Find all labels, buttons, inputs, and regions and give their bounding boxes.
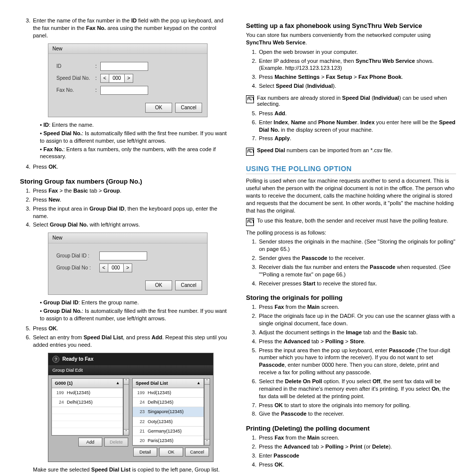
list-item: Receiver presses Start to receive the st… [258, 280, 456, 287]
list-item: Give the Passcode to the receiver. [258, 410, 456, 418]
group-id-input[interactable] [99, 251, 147, 260]
list-item: Press the Advanced tab > Polling > Print… [258, 443, 456, 451]
list-item: Press the input area in Group Dial ID, t… [32, 205, 230, 220]
page-columns: Enter the name of the fax number in the … [20, 15, 456, 476]
ok-button[interactable]: OK [145, 103, 172, 113]
table-row[interactable]: 24Delhi(12345) [52, 398, 123, 407]
add-button[interactable]: Add [78, 438, 102, 447]
group-id-label: Group Dial ID : [56, 252, 99, 259]
spinner-left-icon[interactable]: < [100, 74, 109, 83]
table-row[interactable]: 21Germany(12345) [133, 427, 204, 436]
right-column: Setting up a fax phonebook using SyncThr… [246, 15, 456, 476]
list-item: Adjust the document settings in the Imag… [258, 329, 456, 336]
fax-no-input[interactable] [100, 86, 148, 95]
table-row[interactable]: 22Ooty(12345) [133, 417, 204, 427]
delete-button: Delete [104, 438, 128, 447]
list-item: Group Dial No.: Is automatically filled … [40, 307, 230, 322]
id-input[interactable] [100, 62, 148, 71]
group-no-label: Group Dial No : [56, 264, 99, 271]
new-speed-dial-dialog: New ID: Speed Dial No.: < 000 > Fax No.: [48, 43, 230, 118]
cancel-button[interactable]: Cancel [185, 448, 209, 457]
screen-title: Ready to Fax [62, 356, 93, 363]
list-item: Enter Passcode [258, 452, 456, 460]
list-item: Fax No.: Enters a fax numbers, only the … [40, 146, 230, 161]
note: To use this feature, both the sender and… [246, 218, 456, 226]
list-item: Receiver dials the fax number and enters… [258, 263, 456, 278]
list-item: Press Machine Settings > Fax Setup > Fax… [258, 73, 456, 81]
help-icon[interactable]: ? [52, 356, 59, 363]
list-item: Press OK. [32, 325, 230, 332]
heading-storing-originals: Storing the originals for polling [246, 294, 456, 301]
table-row[interactable]: 20Paris(12345) [133, 436, 204, 445]
list-item: Enter IP address of your machine, then S… [258, 57, 456, 72]
id-label: ID [56, 63, 95, 70]
note-icon [246, 218, 254, 226]
speed-dial-no-label: Speed Dial No. [56, 75, 95, 82]
scrollbar[interactable]: ˄˅ [204, 378, 210, 446]
sort-icon[interactable]: ▲ [116, 381, 120, 386]
speed-dial-list-pane: Speed Dial List▲ 199Hvd(12345) 24Delhi(1… [132, 378, 204, 446]
note: Fax numbers are already stored in Speed … [246, 95, 456, 107]
list-item: Press Fax from the Main screen. [258, 434, 456, 442]
list-item: Select the Delete On Poll option. If you… [258, 378, 456, 400]
speed-dial-spinner[interactable]: < 000 > [100, 74, 133, 83]
list-item: Press Apply. [258, 135, 456, 142]
list-item: Sender stores the originals in the machi… [258, 238, 456, 253]
list-item: Place the originals face up in the DADF.… [258, 312, 456, 327]
table-row[interactable]: 199Hvd(12345) [133, 388, 204, 398]
spinner-right-icon[interactable]: > [123, 263, 132, 272]
note-icon [246, 148, 254, 156]
list-item: Press New. [32, 196, 230, 204]
scrollbar[interactable]: ˄˅ [123, 378, 129, 436]
ok-button[interactable]: OK [159, 448, 183, 457]
cancel-button[interactable]: Cancel [175, 103, 202, 113]
sort-icon[interactable]: ▲ [197, 381, 201, 386]
polling-process-label: The polling process is as follows: [246, 229, 456, 237]
fax-no-label: Fax No. [56, 87, 95, 94]
list-item: Press OK to start to store the originals… [258, 402, 456, 409]
note: Speed Dial numbers can be imported from … [246, 147, 456, 156]
dialog-title: New [48, 233, 207, 243]
spinner-right-icon[interactable]: > [124, 74, 133, 83]
list-item: Press the input area then the pop up key… [258, 347, 456, 376]
heading-group-fax: Storing Group fax numbers (Group No.) [20, 178, 230, 185]
ok-button[interactable]: OK [145, 280, 172, 290]
dialog-title: New [48, 44, 207, 54]
list-item: Press Fax > the Basic tab > Group. [32, 187, 230, 195]
list-item: Sender gives the Passcode to the receive… [258, 254, 456, 262]
note-icon [246, 95, 254, 103]
group-no-spinner[interactable]: < 000 > [99, 263, 132, 272]
list-item: Enter Index, Name and Phone Number. Inde… [258, 119, 456, 134]
spinner-value: 000 [109, 74, 124, 83]
syncthru-intro: You can store fax numbers conveniently f… [246, 31, 456, 46]
step-4: Press OK. [32, 163, 230, 171]
detail-button[interactable]: Detail [133, 448, 157, 457]
heading-syncthru: Setting up a fax phonebook using SyncThr… [246, 22, 456, 29]
step-3: Enter the name of the fax number in the … [32, 17, 230, 160]
list-item: Press Add. [258, 110, 456, 117]
list-item: ID: Enters the name. [40, 121, 230, 129]
group-list-pane: G000 (1)▲ 199Hvd(12345) 24Delhi(12345) [51, 378, 123, 436]
tab-group-dial-edit[interactable]: Group Dial Edit [48, 365, 213, 375]
caption: Make sure the selected Speed Dial List i… [33, 466, 230, 474]
ready-to-fax-screen: ?Ready to Fax Group Dial Edit G000 (1)▲ … [48, 353, 230, 462]
cancel-button[interactable]: Cancel [175, 280, 202, 290]
table-row[interactable]: 23Singapore(12345) [133, 407, 204, 417]
list-item: Press OK. [258, 461, 456, 469]
spinner-left-icon[interactable]: < [99, 263, 108, 272]
list-item: Speed Dial No.: Is automatically filled … [40, 130, 230, 145]
polling-intro: Polling is used when one fax machine req… [246, 177, 456, 214]
list-item: Open the web browser in your computer. [258, 48, 456, 56]
list-item: Select Group Dial No. with left/right ar… [32, 221, 230, 322]
list-item: Press Fax from the Main screen. [258, 303, 456, 311]
list-item: Group Dial ID: Enters the group name. [40, 299, 230, 306]
heading-print-delete-polling: Printing (Deleting) the polling document [246, 425, 456, 432]
table-row[interactable]: 199Hvd(12345) [52, 388, 123, 398]
spinner-value: 000 [108, 263, 123, 272]
list-item: Select an entry from Speed Dial List, an… [32, 334, 230, 474]
left-column: Enter the name of the fax number in the … [20, 15, 230, 476]
list-item: Select Speed Dial (Individual). [258, 82, 456, 90]
new-group-dial-dialog: New Group Dial ID : Group Dial No : < 00… [48, 233, 230, 295]
heading-polling: Using the Polling Option [246, 165, 456, 174]
table-row[interactable]: 24Delhi(12345) [133, 398, 204, 407]
